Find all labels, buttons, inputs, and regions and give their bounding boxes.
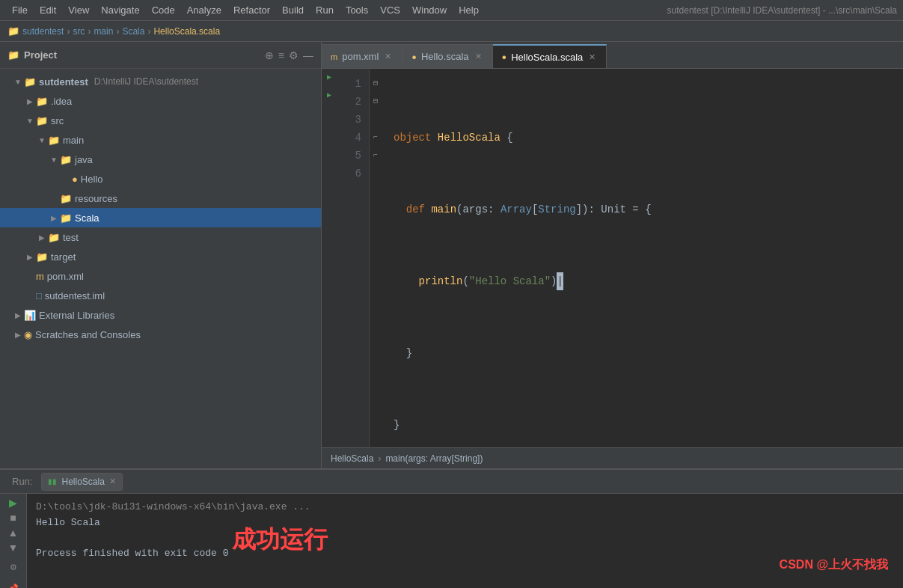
fold-1[interactable]: ⊟ [370,75,382,93]
editor-breadcrumb: HelloScala › main(args: Array[String]) [322,447,903,468]
breadcrumb-main[interactable]: main [94,26,113,37]
scroll-up-button[interactable]: ▲ [3,527,24,539]
tree-label-iml: sutdentest.iml [45,290,105,301]
tree-label-idea: .idea [51,96,72,107]
code-editor[interactable]: ▶ ▶ 1 2 3 4 5 6 ⊟ ⊟ ⌐ ⌐ [322,69,903,447]
stop-button[interactable]: ■ [3,512,24,524]
settings-run-button[interactable]: ⚙ [3,557,24,578]
run-line-2[interactable]: ▶ [322,87,337,105]
code-content[interactable]: object HelloScala { def main ( args : Ar… [382,69,903,447]
tree-item-scratches[interactable]: ▶ ◉ Scratches and Consoles [0,325,321,344]
console-line-1: D:\tools\jdk-8u131-windows-x64\bin\java.… [36,500,894,515]
tree-item-pom[interactable]: m pom.xml [0,266,321,286]
console-line-2: Hello Scala [36,515,894,531]
menu-tools[interactable]: Tools [340,3,374,17]
tab-close-hello[interactable]: ✕ [474,51,483,62]
folder-icon-resources: 📁 [60,193,72,204]
run-again-button[interactable]: ▶ [3,497,24,509]
icon-scratches: ◉ [24,329,32,340]
tab-label-helloscala: HelloScala.scala [511,52,583,63]
fold-6 [370,165,382,183]
tree-item-scala[interactable]: ▶ 📁 Scala [0,208,321,227]
fold-5[interactable]: ⌐ [370,147,382,165]
menu-analyze[interactable]: Analyze [181,3,227,17]
menu-build[interactable]: Build [276,3,310,17]
file-icon-hello: ● [72,174,78,185]
code-line-4: } [394,344,891,362]
tree-label-test: test [63,232,79,243]
menu-run[interactable]: Run [310,3,340,17]
run-label: Run: [6,474,38,489]
settings-icon[interactable]: ⚙ [289,49,299,61]
type-string: String [538,200,575,218]
fold-gutter: ⊟ ⊟ ⌐ ⌐ [370,69,382,447]
tab-close-helloscala[interactable]: ✕ [587,52,597,63]
fold-2[interactable]: ⊟ [370,93,382,111]
run-tab-helloscala[interactable]: ▮▮ HelloScala ✕ [41,473,122,491]
tree-item-idea[interactable]: ▶ 📁 .idea [0,91,321,111]
tab-label-pom: pom.xml [342,51,379,62]
add-content-icon[interactable]: ⊕ [265,49,274,61]
tab-icon-helloscala: ● [502,52,507,61]
menu-code[interactable]: Code [146,3,181,17]
sidebar-title: Project [24,49,57,61]
folder-icon-sutdentest: 📁 [24,76,36,88]
tab-pom[interactable]: m pom.xml ✕ [322,44,402,68]
run-indicator: ▶ ▶ [322,69,337,447]
scroll-down-button[interactable]: ▼ [3,542,24,554]
menu-window[interactable]: Window [406,3,453,17]
tab-hello[interactable]: ● Hello.scala ✕ [402,44,492,68]
bottom-panel: Run: ▮▮ HelloScala ✕ ▶ ■ ▲ ▼ ⚙ 📌 D:\tool… [0,468,903,588]
tree-item-hello[interactable]: ● Hello [0,169,321,189]
menu-vcs[interactable]: VCS [374,3,406,17]
tree-item-resources[interactable]: 📁 resources [0,189,321,208]
folder-icon-test: 📁 [48,232,60,243]
run-tab-label: HelloScala [61,477,104,487]
tree-item-sutdentest[interactable]: ▼ 📁 sutdentest D:\IntelliJ IDEA\sutdente… [0,72,321,91]
kw-def: def [406,200,425,218]
line-num-5: 5 [344,147,361,165]
menu-navigate[interactable]: Navigate [95,3,145,17]
tree-item-iml[interactable]: □ sutdentest.iml [0,286,321,305]
tree-label-resources: resources [75,193,117,204]
kw-object: object [394,129,431,147]
breadcrumb-project[interactable]: sutdentest [22,26,64,37]
menu-view[interactable]: View [62,3,95,17]
tree-item-src[interactable]: ▼ 📁 src [0,111,321,130]
line-num-2: 2 [344,93,361,111]
tree-item-java[interactable]: ▼ 📁 java [0,150,321,169]
collapse-all-icon[interactable]: ≡ [278,49,284,61]
menu-edit[interactable]: Edit [34,3,62,17]
line-num-3: 3 [344,111,361,129]
code-line-5: } [394,416,891,434]
run-line-1[interactable]: ▶ [322,69,337,87]
menu-file[interactable]: File [6,3,34,17]
menu-refactor[interactable]: Refactor [227,3,276,17]
editor-bc-sep: › [378,453,381,464]
fold-4[interactable]: ⌐ [370,129,382,147]
tab-close-pom[interactable]: ✕ [383,51,393,62]
menu-help[interactable]: Help [453,3,485,17]
type-unit: Unit [601,200,626,218]
line-numbers: 1 2 3 4 5 6 [337,69,370,447]
pin-button[interactable]: 📌 [3,578,24,588]
tree-item-target[interactable]: ▶ 📁 target [0,247,321,266]
tab-helloscala[interactable]: ● HelloScala.scala ✕ [493,44,607,68]
tree-item-main[interactable]: ▼ 📁 main [0,130,321,150]
menubar: File Edit View Navigate Code Analyze Ref… [0,0,903,21]
hide-icon[interactable]: — [303,49,313,61]
folder-icon-main: 📁 [48,135,60,146]
tree-item-test[interactable]: ▶ 📁 test [0,227,321,247]
sidebar: 📁 Project ⊕ ≡ ⚙ — ▼ 📁 sutdentest D:\Inte… [0,42,322,468]
tab-icon-pom: m [331,52,337,61]
run-tab-close[interactable]: ✕ [109,477,116,486]
tree-item-external-libs[interactable]: ▶ 📊 External Libraries [0,305,321,325]
console-line-3 [36,531,894,547]
code-line-2: def main ( args : Array [ String ]): Uni… [394,200,891,218]
file-icon-iml: □ [36,290,42,301]
breadcrumb-scala[interactable]: Scala [122,26,144,37]
tree-label-main: main [63,135,84,146]
breadcrumb-file[interactable]: HelloScala.scala [153,26,220,37]
breadcrumb-src[interactable]: src [73,26,85,37]
code-line-1: object HelloScala { [394,129,891,147]
